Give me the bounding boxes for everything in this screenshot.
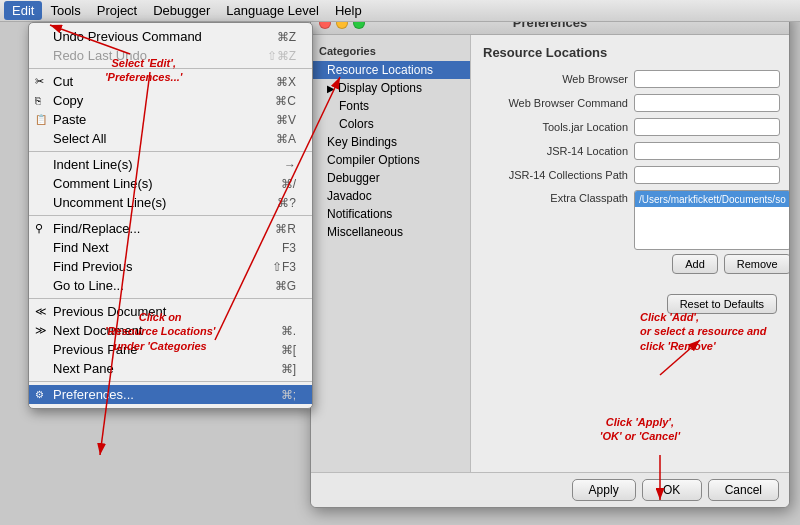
menu-item-prev-doc[interactable]: ≪ Previous Document	[29, 302, 312, 321]
paste-label: Paste	[53, 112, 86, 127]
next-pane-label: Next Pane	[53, 361, 114, 376]
web-browser-label: Web Browser	[483, 73, 628, 85]
find-replace-icon: ⚲	[35, 222, 43, 235]
colors-label: Colors	[339, 117, 374, 131]
extra-classpath-label: Extra Classpath	[483, 190, 628, 204]
resource-panel-header: Resource Locations	[483, 45, 777, 60]
categories-panel: Categories Resource Locations ▶ Display …	[311, 35, 471, 472]
cat-miscellaneous[interactable]: Miscellaneous	[311, 223, 470, 241]
menubar: Edit Tools Project Debugger Language Lev…	[0, 0, 800, 22]
prefs-shortcut: ⌘;	[281, 388, 296, 402]
menu-tools[interactable]: Tools	[42, 1, 88, 20]
menu-language-level[interactable]: Language Level	[218, 1, 327, 20]
cut-label: Cut	[53, 74, 73, 89]
prev-doc-label: Previous Document	[53, 304, 166, 319]
sep-2	[29, 151, 312, 152]
jsr14-collections-input[interactable]	[634, 166, 780, 184]
find-next-shortcut: F3	[282, 241, 296, 255]
classpath-value: /Users/markfickett/Documents/so	[639, 194, 786, 205]
extra-classpath-row: Extra Classpath /Users/markfickett/Docum…	[483, 190, 777, 274]
menu-item-cut[interactable]: ✂ Cut ⌘X	[29, 72, 312, 91]
cancel-button[interactable]: Cancel	[708, 479, 779, 501]
sep-1	[29, 68, 312, 69]
comment-shortcut: ⌘/	[281, 177, 296, 191]
menu-item-paste[interactable]: 📋 Paste ⌘V	[29, 110, 312, 129]
menu-project[interactable]: Project	[89, 1, 145, 20]
reset-to-defaults-button[interactable]: Reset to Defaults	[667, 294, 777, 314]
jsr14-collections-row: JSR-14 Collections Path	[483, 166, 777, 184]
menu-item-undo[interactable]: Undo Previous Command ⌘Z	[29, 27, 312, 46]
menu-item-find-next[interactable]: Find Next F3	[29, 238, 312, 257]
classpath-list-item[interactable]: /Users/markfickett/Documents/so	[635, 191, 789, 207]
next-doc-label: Next Document	[53, 323, 143, 338]
select-all-label: Select All	[53, 131, 106, 146]
comment-label: Comment Line(s)	[53, 176, 153, 191]
uncomment-shortcut: ⌘?	[277, 196, 296, 210]
add-button[interactable]: Add	[672, 254, 718, 274]
menu-item-uncomment[interactable]: Uncomment Line(s) ⌘?	[29, 193, 312, 212]
menu-item-select-all[interactable]: Select All ⌘A	[29, 129, 312, 148]
cat-compiler-options[interactable]: Compiler Options	[311, 151, 470, 169]
jsr14-location-row: JSR-14 Location	[483, 142, 777, 160]
web-browser-command-row: Web Browser Command	[483, 94, 777, 112]
ok-button[interactable]: OK	[642, 479, 702, 501]
jsr14-location-input[interactable]	[634, 142, 780, 160]
edit-dropdown-menu: Undo Previous Command ⌘Z Redo Last Undo …	[28, 22, 313, 409]
menu-item-goto-line[interactable]: Go to Line... ⌘G	[29, 276, 312, 295]
goto-line-label: Go to Line...	[53, 278, 124, 293]
find-prev-shortcut: ⇧F3	[272, 260, 296, 274]
debugger-label: Debugger	[327, 171, 380, 185]
menu-help[interactable]: Help	[327, 1, 370, 20]
cat-resource-locations[interactable]: Resource Locations	[311, 61, 470, 79]
jsr14-location-label: JSR-14 Location	[483, 145, 628, 157]
web-browser-row: Web Browser	[483, 70, 777, 88]
menu-item-indent[interactable]: Indent Line(s) →	[29, 155, 312, 174]
cat-javadoc[interactable]: Javadoc	[311, 187, 470, 205]
menu-item-find-replace[interactable]: ⚲ Find/Replace... ⌘R	[29, 219, 312, 238]
indent-label: Indent Line(s)	[53, 157, 133, 172]
prev-pane-shortcut: ⌘[	[281, 343, 296, 357]
classpath-list[interactable]: /Users/markfickett/Documents/so	[634, 190, 789, 250]
web-browser-command-input[interactable]	[634, 94, 780, 112]
cat-debugger[interactable]: Debugger	[311, 169, 470, 187]
menu-item-next-doc[interactable]: ≫ Next Document ⌘.	[29, 321, 312, 340]
goto-line-shortcut: ⌘G	[275, 279, 296, 293]
menu-item-preferences[interactable]: ⚙ Preferences... ⌘;	[29, 385, 312, 404]
categories-header: Categories	[311, 43, 470, 61]
menu-item-comment[interactable]: Comment Line(s) ⌘/	[29, 174, 312, 193]
prefs-footer: Apply OK Cancel	[311, 472, 789, 507]
tools-jar-label: Tools.jar Location	[483, 121, 628, 133]
find-replace-shortcut: ⌘R	[275, 222, 296, 236]
display-options-arrow: ▶	[327, 83, 335, 94]
undo-label: Undo Previous Command	[53, 29, 202, 44]
prefs-label: Preferences...	[53, 387, 134, 402]
cat-key-bindings[interactable]: Key Bindings	[311, 133, 470, 151]
menu-item-prev-pane[interactable]: Previous Pane ⌘[	[29, 340, 312, 359]
menu-edit[interactable]: Edit	[4, 1, 42, 20]
preferences-window: Preferences Categories Resource Location…	[310, 10, 790, 508]
fonts-label: Fonts	[339, 99, 369, 113]
web-browser-command-label: Web Browser Command	[483, 97, 628, 109]
cat-fonts[interactable]: Fonts	[311, 97, 470, 115]
paste-shortcut: ⌘V	[276, 113, 296, 127]
menu-item-copy[interactable]: ⎘ Copy ⌘C	[29, 91, 312, 110]
uncomment-label: Uncomment Line(s)	[53, 195, 166, 210]
cat-colors[interactable]: Colors	[311, 115, 470, 133]
menu-item-redo[interactable]: Redo Last Undo ⇧⌘Z	[29, 46, 312, 65]
paste-icon: 📋	[35, 114, 47, 125]
jsr14-collections-label: JSR-14 Collections Path	[483, 169, 628, 181]
menu-item-find-prev[interactable]: Find Previous ⇧F3	[29, 257, 312, 276]
menu-item-next-pane[interactable]: Next Pane ⌘]	[29, 359, 312, 378]
apply-button[interactable]: Apply	[572, 479, 636, 501]
resource-locations-label: Resource Locations	[327, 63, 433, 77]
remove-button[interactable]: Remove	[724, 254, 789, 274]
javadoc-label: Javadoc	[327, 189, 372, 203]
cat-notifications[interactable]: Notifications	[311, 205, 470, 223]
tools-jar-input[interactable]	[634, 118, 780, 136]
key-bindings-label: Key Bindings	[327, 135, 397, 149]
cat-display-options[interactable]: ▶ Display Options	[311, 79, 470, 97]
web-browser-input[interactable]	[634, 70, 780, 88]
menu-debugger[interactable]: Debugger	[145, 1, 218, 20]
display-options-label: Display Options	[338, 81, 422, 95]
next-doc-icon: ≫	[35, 324, 47, 337]
